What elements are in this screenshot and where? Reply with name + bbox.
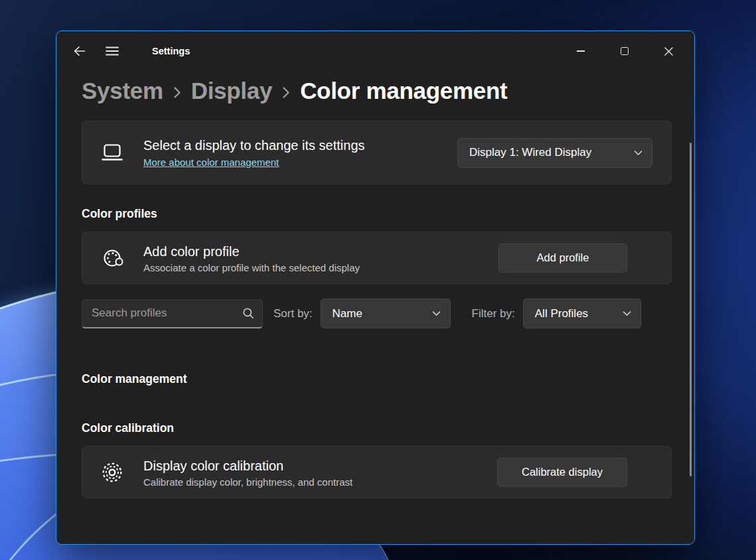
- maximize-button[interactable]: [603, 31, 646, 71]
- back-button[interactable]: [66, 40, 92, 62]
- back-arrow-icon: [73, 46, 86, 56]
- display-selector-texts: Select a display to change its settings …: [143, 137, 457, 169]
- titlebar: Settings: [56, 31, 694, 71]
- color-calibration-heading: Color calibration: [82, 421, 672, 435]
- display-selector-title: Select a display to change its settings: [143, 137, 457, 154]
- close-button[interactable]: [646, 31, 690, 71]
- chevron-down-icon: [634, 150, 643, 156]
- color-management-help-link[interactable]: More about color management: [143, 157, 279, 168]
- add-color-profile-title: Add color profile: [143, 243, 498, 260]
- search-box: [82, 299, 263, 328]
- navigation-menu-button[interactable]: [99, 40, 125, 62]
- filter-by-dropdown[interactable]: All Profiles: [523, 299, 641, 328]
- hamburger-icon: [106, 46, 119, 56]
- brightness-icon: [100, 461, 125, 484]
- breadcrumb-item-system[interactable]: System: [82, 78, 163, 104]
- color-profiles-heading: Color profiles: [82, 207, 672, 221]
- display-selector-value: Display 1: Wired Display: [469, 146, 591, 159]
- chevron-down-icon: [623, 311, 631, 316]
- page-content: System Display Color management Select a…: [56, 78, 694, 498]
- window-controls: [559, 31, 690, 71]
- page-title: Color management: [300, 78, 507, 104]
- profiles-toolbar: Sort by: Name Filter by: All Profiles: [82, 299, 672, 328]
- breadcrumb-item-display[interactable]: Display: [191, 78, 272, 104]
- maximize-icon: [621, 47, 629, 55]
- close-icon: [664, 47, 673, 56]
- breadcrumb: System Display Color management: [82, 78, 672, 104]
- minimize-button[interactable]: [559, 31, 603, 71]
- app-title: Settings: [152, 46, 190, 56]
- chevron-right-icon: [282, 83, 290, 100]
- calibrate-display-button[interactable]: Calibrate display: [497, 458, 627, 487]
- sort-by-value: Name: [333, 307, 362, 320]
- display-color-calibration-title: Display color calibration: [143, 457, 497, 474]
- display-color-calibration-texts: Display color calibration Calibrate disp…: [143, 457, 497, 488]
- chevron-right-icon: [173, 83, 181, 100]
- search-input[interactable]: [85, 307, 242, 320]
- palette-icon: [100, 247, 125, 269]
- vertical-scrollbar[interactable]: [690, 143, 692, 476]
- filter-by-label: Filter by:: [472, 307, 515, 320]
- display-color-calibration-subtitle: Calibrate display color, brightness, and…: [143, 476, 497, 488]
- search-icon[interactable]: [242, 307, 254, 319]
- sort-by-dropdown[interactable]: Name: [321, 299, 451, 328]
- chevron-down-icon: [432, 311, 441, 316]
- filter-by-value: All Profiles: [535, 307, 588, 320]
- add-color-profile-texts: Add color profile Associate a color prof…: [143, 243, 498, 273]
- display-color-calibration-card: Display color calibration Calibrate disp…: [82, 446, 672, 498]
- add-profile-button[interactable]: Add profile: [498, 244, 627, 273]
- display-selector-dropdown[interactable]: Display 1: Wired Display: [457, 138, 652, 168]
- display-selector-card: Select a display to change its settings …: [82, 121, 672, 184]
- add-color-profile-card: Add color profile Associate a color prof…: [82, 232, 672, 284]
- sort-by-label: Sort by:: [273, 307, 313, 320]
- add-color-profile-subtitle: Associate a color profile with the selec…: [143, 262, 498, 273]
- minimize-icon: [577, 50, 585, 52]
- settings-window: Settings System Display: [56, 31, 695, 545]
- color-management-heading: Color management: [82, 372, 672, 386]
- laptop-icon: [100, 142, 125, 163]
